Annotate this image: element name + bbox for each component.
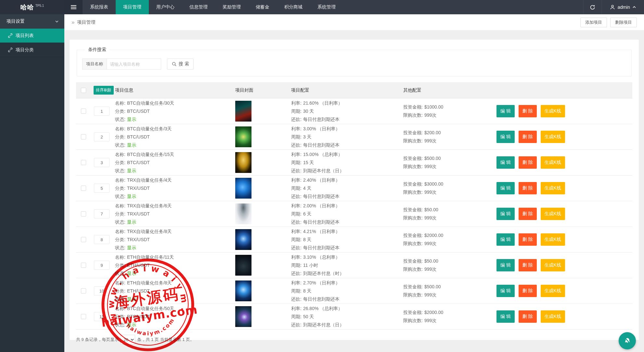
sort-order-input[interactable]	[94, 158, 109, 167]
project-config-cell: 利率:15.00% （总利率） 周期:15 天 还款:到期还本付息（日）	[289, 150, 401, 175]
row-checkbox[interactable]	[81, 237, 86, 242]
table-header: 排序刷新 项目信息 项目封面 项目配置 其他配置	[76, 82, 632, 98]
table-row: 名称:BTC自动量化任务/50天 分类:BTC/USDT 状态:显示 利率:26…	[76, 304, 632, 330]
add-project-button[interactable]: 添加项目	[580, 18, 607, 27]
sort-order-input[interactable]	[94, 235, 109, 244]
row-actions: 编 辑 删 除 生成K线	[494, 259, 632, 271]
generate-kline-button[interactable]: 生成K线	[541, 156, 565, 169]
project-name-input[interactable]	[107, 59, 161, 70]
refresh-icon	[589, 4, 596, 10]
sidebar-group-project-settings[interactable]: 项目设置	[0, 14, 64, 29]
row-actions: 编 辑 删 除 生成K线	[494, 105, 632, 117]
sort-order-input[interactable]	[94, 312, 109, 321]
row-checkbox[interactable]	[81, 314, 86, 319]
top-nav-item[interactable]: 奖励管理	[215, 0, 248, 14]
edit-button[interactable]: 编 辑	[496, 233, 515, 246]
generate-kline-button[interactable]: 生成K线	[541, 310, 565, 323]
row-checkbox[interactable]	[81, 288, 86, 293]
sort-order-input[interactable]	[94, 261, 109, 270]
edit-button[interactable]: 编 辑	[496, 131, 515, 143]
project-config-cell: 利率:2.00% （日利率） 周期:6 天 还款:每日付息到期还本	[289, 202, 401, 226]
row-checkbox[interactable]	[81, 109, 86, 114]
status-toggle-link[interactable]: 显示	[127, 142, 136, 148]
sort-order-input[interactable]	[94, 286, 109, 295]
top-nav-item[interactable]: 信息管理	[182, 0, 215, 14]
status-toggle-link[interactable]: 显示	[127, 245, 136, 250]
project-cover-image	[235, 152, 251, 173]
row-checkbox[interactable]	[81, 160, 86, 165]
status-toggle-link[interactable]: 显示	[127, 194, 136, 199]
status-toggle-link[interactable]: 显示	[127, 117, 136, 122]
generate-kline-button[interactable]: 生成K线	[541, 105, 565, 117]
generate-kline-button[interactable]: 生成K线	[541, 259, 565, 271]
row-checkbox[interactable]	[81, 186, 86, 191]
notifications-off-fab[interactable]	[619, 332, 636, 349]
generate-kline-button[interactable]: 生成K线	[541, 233, 565, 246]
edit-button[interactable]: 编 辑	[496, 182, 515, 194]
user-menu[interactable]: admin	[601, 0, 644, 14]
edit-button[interactable]: 编 辑	[496, 156, 515, 169]
table-row: 名称:ETH自动量化任务/8天 分类:ETH/USDT 状态:显示 利率:2.7…	[76, 278, 632, 304]
delete-button[interactable]: 删 除	[519, 131, 537, 143]
sidebar-item-project-list[interactable]: 项目列表	[0, 29, 64, 43]
app-logo: 哈哈 TP5.1	[0, 0, 64, 14]
generate-kline-button[interactable]: 生成K线	[541, 182, 565, 194]
generate-kline-button[interactable]: 生成K线	[541, 285, 565, 297]
top-nav-item[interactable]: 系统报表	[83, 0, 116, 14]
project-info-cell: 名称:TRX自动量化任务/8天 分类:TRX/USDT 状态:显示	[112, 228, 233, 252]
delete-button[interactable]: 删 除	[519, 233, 537, 246]
project-cover-image	[235, 229, 251, 250]
delete-button[interactable]: 删 除	[519, 259, 537, 271]
other-config-cell: 投资金额:$2000.00 限购次数:999次	[401, 231, 494, 248]
content-area: 条件搜索 项目名称 搜 索 排序刷新	[64, 31, 644, 352]
generate-kline-button[interactable]: 生成K线	[541, 131, 565, 143]
row-actions: 编 辑 删 除 生成K线	[494, 310, 632, 323]
edit-button[interactable]: 编 辑	[496, 285, 515, 297]
edit-button[interactable]: 编 辑	[496, 208, 515, 220]
status-toggle-link[interactable]: 显示	[127, 296, 136, 302]
status-toggle-link[interactable]: 显示	[127, 322, 136, 327]
top-nav-item[interactable]: 储蓄金	[248, 0, 277, 14]
other-config-cell: 投资金额:$500.00 限购次数:999次	[401, 283, 494, 299]
row-checkbox[interactable]	[81, 263, 86, 268]
pagination: 共 9 条记录，每页显示 20 条，共 1 页 当前显示第 1 页。	[76, 335, 632, 345]
generate-kline-button[interactable]: 生成K线	[541, 208, 565, 220]
sort-order-input[interactable]	[94, 132, 109, 141]
other-config-cell: 投资金额:$50.00 限购次数:999次	[401, 257, 494, 273]
delete-button[interactable]: 删 除	[519, 285, 537, 297]
delete-project-button[interactable]: 删除项目	[610, 18, 637, 27]
sort-refresh-button[interactable]: 排序刷新	[94, 86, 114, 95]
status-toggle-link[interactable]: 显示	[127, 271, 136, 276]
row-checkbox[interactable]	[81, 211, 86, 216]
col-header-project-info: 项目信息	[112, 87, 233, 93]
delete-button[interactable]: 删 除	[519, 310, 537, 323]
sort-order-input[interactable]	[94, 107, 109, 116]
search-panel: 条件搜索 项目名称 搜 索	[77, 47, 632, 76]
select-all-checkbox[interactable]	[81, 88, 86, 93]
search-button[interactable]: 搜 索	[167, 59, 194, 70]
edit-button[interactable]: 编 辑	[496, 259, 515, 271]
per-page-select[interactable]: 20	[121, 335, 135, 345]
other-config-cell: 投资金额:$200.00 限购次数:999次	[401, 129, 494, 145]
refresh-button[interactable]	[583, 0, 601, 14]
top-nav-item[interactable]: 积分商城	[277, 0, 310, 14]
menu-collapse-icon[interactable]	[64, 0, 83, 14]
chevron-up-icon	[632, 6, 636, 9]
sidebar-item-project-category[interactable]: 项目分类	[0, 43, 64, 57]
sort-order-input[interactable]	[94, 184, 109, 193]
top-nav-item[interactable]: 系统管理	[310, 0, 343, 14]
status-toggle-link[interactable]: 显示	[127, 219, 136, 225]
delete-button[interactable]: 删 除	[519, 105, 537, 117]
top-nav-item[interactable]: 项目管理	[116, 0, 149, 14]
row-checkbox[interactable]	[81, 134, 86, 139]
col-header-other-config: 其他配置	[401, 87, 494, 93]
delete-button[interactable]: 删 除	[519, 156, 537, 169]
edit-button[interactable]: 编 辑	[496, 105, 515, 117]
sort-order-input[interactable]	[94, 209, 109, 218]
delete-button[interactable]: 删 除	[519, 182, 537, 194]
edit-button[interactable]: 编 辑	[496, 310, 515, 323]
top-nav-item[interactable]: 用户中心	[149, 0, 182, 14]
col-header-project-config: 项目配置	[289, 87, 401, 93]
status-toggle-link[interactable]: 显示	[127, 168, 136, 173]
delete-button[interactable]: 删 除	[519, 208, 537, 220]
